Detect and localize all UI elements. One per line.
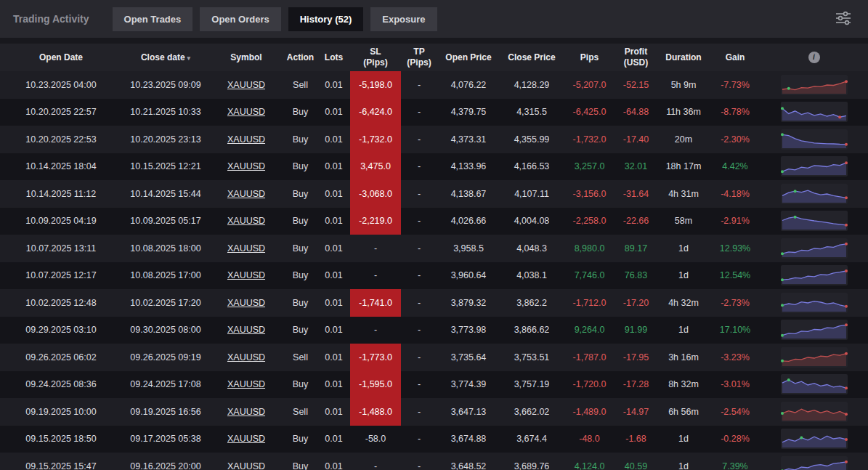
symbol-link[interactable]: XAUUSD: [209, 126, 283, 153]
trade-sparkline-chart[interactable]: [781, 429, 848, 449]
trade-sparkline-chart[interactable]: [781, 374, 848, 394]
symbol-link[interactable]: XAUUSD: [209, 235, 283, 262]
symbol-link[interactable]: XAUUSD: [209, 289, 283, 317]
close-price-cell: 4,004.08: [500, 208, 564, 235]
trade-sparkline-chart[interactable]: [781, 156, 848, 177]
symbol-link[interactable]: XAUUSD: [209, 317, 283, 344]
symbol-link[interactable]: XAUUSD: [209, 262, 283, 290]
trade-sparkline-chart[interactable]: [781, 102, 848, 122]
lots-cell: 0.01: [317, 71, 350, 99]
tab-open-orders[interactable]: Open Orders: [200, 7, 280, 31]
header-close-price[interactable]: Close Price: [500, 52, 564, 63]
tab-history-52[interactable]: History (52): [288, 7, 364, 31]
table-header-row: Open Date Close date▾ Symbol Action Lots…: [0, 44, 868, 71]
gain-cell: 4.42%: [710, 153, 760, 181]
lots-cell: 0.01: [317, 426, 350, 453]
action-cell: Sell: [283, 398, 317, 426]
open-price-cell: 4,138.67: [437, 180, 500, 208]
profit-usd-cell: -14.97: [615, 398, 657, 426]
trade-sparkline-chart[interactable]: [781, 184, 848, 204]
trade-sparkline-chart[interactable]: [781, 293, 848, 313]
trade-sparkline-chart[interactable]: [781, 347, 848, 368]
action-cell: Buy: [283, 453, 317, 470]
header-action[interactable]: Action: [283, 52, 317, 63]
header-open-date[interactable]: Open Date: [0, 52, 122, 63]
header-close-date-label: Close date: [141, 52, 185, 62]
header-gain[interactable]: Gain: [710, 52, 760, 63]
close-date-cell: 10.08.2025 17:00: [122, 262, 209, 290]
trade-sparkline-chart[interactable]: [781, 129, 848, 150]
tab-exposure[interactable]: Exposure: [370, 7, 437, 31]
sl-pips-cell: -: [350, 235, 401, 262]
trade-sparkline-chart[interactable]: [781, 211, 848, 231]
duration-cell: 1d: [657, 262, 710, 290]
gain-cell: -8.78%: [710, 99, 760, 126]
close-date-cell: 10.02.2025 17:20: [122, 289, 209, 317]
trade-sparkline-chart[interactable]: [781, 320, 848, 340]
symbol-link[interactable]: XAUUSD: [209, 180, 283, 208]
filter-sliders-icon: [835, 11, 852, 25]
close-price-cell: 3,866.62: [500, 317, 564, 344]
gain-cell: -7.73%: [710, 71, 760, 99]
duration-cell: 3h 16m: [657, 344, 710, 371]
header-open-price[interactable]: Open Price: [437, 52, 500, 63]
close-date-cell: 09.24.2025 17:08: [122, 371, 209, 399]
table-row: 09.24.2025 08:36 09.24.2025 17:08 XAUUSD…: [0, 371, 868, 399]
open-date-cell: 10.20.2025 22:53: [0, 126, 122, 153]
tp-pips-cell: -: [401, 289, 437, 317]
trade-sparkline-chart[interactable]: [781, 402, 848, 422]
trade-sparkline-chart[interactable]: [781, 456, 848, 470]
lots-cell: 0.01: [317, 126, 350, 153]
trading-activity-title: Trading Activity: [13, 13, 89, 25]
lots-cell: 0.01: [317, 262, 350, 290]
open-date-cell: 09.24.2025 08:36: [0, 371, 122, 399]
symbol-link[interactable]: XAUUSD: [209, 426, 283, 453]
close-date-cell: 10.08.2025 18:00: [122, 235, 209, 262]
lots-cell: 0.01: [317, 344, 350, 371]
symbol-link[interactable]: XAUUSD: [209, 71, 283, 99]
tp-pips-cell: -: [401, 180, 437, 208]
tp-pips-cell: -: [401, 453, 437, 470]
profit-usd-cell: 32.01: [615, 153, 657, 181]
trade-sparkline-chart[interactable]: [781, 75, 848, 95]
open-date-cell: 10.07.2025 13:11: [0, 235, 122, 262]
table-row: 10.14.2025 11:12 10.14.2025 15:44 XAUUSD…: [0, 180, 868, 208]
open-date-cell: 09.26.2025 06:02: [0, 344, 122, 371]
trade-sparkline-chart[interactable]: [781, 238, 848, 259]
header-duration[interactable]: Duration: [657, 52, 710, 63]
lots-cell: 0.01: [317, 208, 350, 235]
profit-usd-cell: 91.99: [615, 317, 657, 344]
gain-cell: -2.30%: [710, 126, 760, 153]
sl-pips-cell: 3,475.0: [350, 153, 401, 181]
tab-open-trades[interactable]: Open Trades: [113, 7, 193, 31]
symbol-link[interactable]: XAUUSD: [209, 99, 283, 126]
header-symbol[interactable]: Symbol: [209, 52, 283, 63]
filter-settings-button[interactable]: [832, 8, 855, 31]
sl-pips-cell: -1,732.0: [350, 126, 401, 153]
close-price-cell: 3,757.19: [500, 371, 564, 399]
table-body: 10.23.2025 04:00 10.23.2025 09:09 XAUUSD…: [0, 71, 868, 470]
header-tp-pips[interactable]: TP (Pips): [401, 46, 437, 68]
lots-cell: 0.01: [317, 398, 350, 426]
action-cell: Buy: [283, 180, 317, 208]
symbol-link[interactable]: XAUUSD: [209, 371, 283, 399]
symbol-link[interactable]: XAUUSD: [209, 153, 283, 181]
header-pips[interactable]: Pips: [564, 52, 615, 63]
symbol-link[interactable]: XAUUSD: [209, 344, 283, 371]
trade-sparkline-chart[interactable]: [781, 265, 848, 285]
profit-usd-cell: -17.28: [615, 371, 657, 399]
table-row: 09.19.2025 10:00 09.19.2025 16:56 XAUUSD…: [0, 398, 868, 426]
duration-cell: 18h 17m: [657, 153, 710, 181]
symbol-link[interactable]: XAUUSD: [209, 398, 283, 426]
header-lots[interactable]: Lots: [317, 52, 350, 63]
header-sl-pips[interactable]: SL (Pips): [350, 46, 401, 68]
lots-cell: 0.01: [317, 453, 350, 470]
pips-cell: -6,425.0: [564, 99, 615, 126]
header-close-date[interactable]: Close date▾: [122, 52, 209, 63]
symbol-link[interactable]: XAUUSD: [209, 208, 283, 235]
header-profit-usd[interactable]: Profit (USD): [615, 46, 657, 68]
info-icon[interactable]: i: [808, 52, 820, 63]
lots-cell: 0.01: [317, 180, 350, 208]
symbol-link[interactable]: XAUUSD: [209, 453, 283, 470]
table-row: 10.07.2025 13:11 10.08.2025 18:00 XAUUSD…: [0, 235, 868, 262]
